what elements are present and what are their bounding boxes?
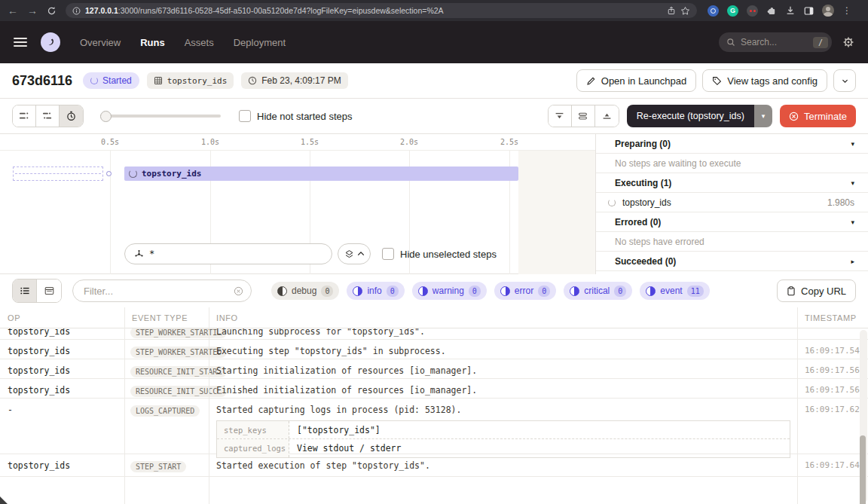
log-row-logs-captured[interactable]: - LOGS_CAPTURED Started capturing logs i… (0, 399, 868, 454)
toggle-count: 11 (687, 286, 704, 297)
gantt-toolbar: Hide not started steps Re-execute (topst… (0, 99, 868, 134)
reexecute-button[interactable]: Re-execute (topstory_ids) (627, 105, 754, 127)
hide-not-started-checkbox[interactable] (239, 110, 251, 122)
toggle-debug[interactable]: debug 0 (271, 282, 339, 300)
step-selector-input[interactable] (149, 249, 322, 259)
toggle-critical[interactable]: critical 0 (564, 282, 632, 300)
nav-item-overview[interactable]: Overview (80, 37, 121, 48)
share-icon[interactable] (667, 6, 676, 15)
hide-not-started-label: Hide not started steps (257, 111, 352, 122)
download-icon[interactable] (785, 5, 796, 16)
toggle-info[interactable]: info 0 (347, 282, 404, 300)
log-scrollbar-track[interactable] (860, 330, 867, 502)
collapse-up-icon[interactable] (595, 105, 619, 127)
run-header-more-button[interactable] (833, 69, 856, 92)
forward-icon[interactable]: → (27, 5, 38, 16)
log-structured-view-icon[interactable] (37, 279, 61, 302)
copy-url-label: Copy URL (801, 286, 846, 297)
toggle-error[interactable]: error 0 (494, 282, 556, 300)
sidepanel-icon[interactable] (804, 6, 814, 16)
back-icon[interactable]: ← (8, 5, 18, 16)
step-status-panel: Preparing (0) ▾ No steps are waiting to … (595, 134, 868, 274)
password-manager-icon[interactable] (708, 5, 719, 17)
gantt-zoom-slider[interactable] (100, 105, 221, 127)
slider-knob[interactable] (100, 111, 112, 122)
global-search[interactable]: / (719, 32, 832, 52)
view-tags-config-label: View tags and config (727, 75, 818, 87)
run-started-at: Feb 23, 4:09:17 PM (261, 75, 341, 86)
executing-step-row[interactable]: topstory_ids 1.980s (596, 193, 868, 212)
search-input[interactable] (741, 37, 808, 47)
collapse-down-icon[interactable] (549, 105, 572, 127)
view-tags-config-button[interactable]: View tags and config (702, 69, 827, 92)
view-mode-timed-icon[interactable] (60, 105, 83, 127)
section-errored[interactable]: Errored (0) ▾ (596, 212, 868, 232)
step-selector-input-wrap[interactable] (124, 243, 332, 264)
job-grid-icon (154, 76, 163, 85)
extension-eyes-icon[interactable] (747, 5, 758, 17)
section-succeeded[interactable]: Succeeded (0) ▸ (596, 252, 868, 271)
dagster-logo[interactable] (41, 32, 60, 52)
log-info: Started capturing logs in process (pid: … (216, 405, 461, 415)
log-scrollbar-thumb[interactable] (860, 435, 866, 504)
hide-unselected-checkbox[interactable] (382, 248, 394, 260)
gantt-step-label: topstory_ids (142, 169, 201, 179)
clear-filter-icon[interactable] (234, 286, 243, 296)
nav-item-assets[interactable]: Assets (185, 37, 214, 48)
graph-query-toggle-button[interactable] (338, 243, 371, 264)
reload-icon[interactable] (47, 6, 57, 16)
terminate-button[interactable]: Terminate (780, 105, 856, 127)
puzzle-extensions-icon[interactable] (766, 5, 777, 16)
log-filter-input-wrap[interactable] (72, 279, 252, 302)
toggle-count: 0 (321, 286, 333, 297)
log-row[interactable]: topstory_ids STEP_START Started executio… (0, 454, 868, 477)
grammarly-icon[interactable]: G (727, 5, 738, 17)
log-row[interactable]: topstory_ids STEP_WORKER_STARTED Executi… (0, 340, 868, 359)
log-row[interactable]: topstory_ids RESOURCE_INIT_STAR… Startin… (0, 359, 868, 379)
search-icon (726, 38, 735, 47)
view-mode-waterfall-icon[interactable] (36, 105, 60, 127)
run-time-tag: Feb 23, 4:09:17 PM (241, 72, 347, 89)
settings-gear-icon[interactable] (842, 36, 854, 48)
log-op: topstory_ids (0, 454, 124, 477)
step-spinner-icon (129, 170, 137, 178)
log-filter-input[interactable] (84, 286, 228, 297)
log-row-partial[interactable]: topstory_ids STEP_WORKER_STARTI… Launchi… (0, 328, 868, 340)
run-main-area: 0.5s 1.0s 1.5s 2.0s 2.5s topstory_ids (0, 134, 868, 274)
profile-avatar[interactable] (822, 5, 834, 17)
log-timestamp: 16:09:17.563 (797, 359, 868, 381)
toggle-switch-icon (646, 286, 656, 296)
job-tag[interactable]: topstory_ids (147, 72, 234, 89)
caret-down-icon: ▾ (851, 140, 854, 148)
executing-step-time: 1.980s (827, 197, 854, 208)
gantt-step-bar[interactable]: topstory_ids (124, 166, 518, 181)
metadata-row: step_keys ["topstory_ids"] (217, 421, 790, 439)
toggle-event[interactable]: event 11 (640, 282, 709, 300)
bookmark-star-icon[interactable] (680, 6, 690, 16)
nav-item-runs[interactable]: Runs (140, 37, 165, 48)
toggle-warning[interactable]: warning 0 (412, 282, 487, 300)
nav-item-deployment[interactable]: Deployment (234, 37, 286, 48)
reexecute-caret-icon[interactable]: ▾ (754, 105, 772, 127)
site-info-icon (72, 7, 81, 15)
pencil-icon (586, 76, 596, 86)
job-name: topstory_ids (167, 76, 227, 86)
view-mode-flat-icon[interactable] (13, 105, 36, 127)
open-launchpad-button[interactable]: Open in Launchpad (576, 69, 696, 92)
hide-not-started-checkbox-row: Hide not started steps (239, 110, 352, 122)
url-bar[interactable]: 127.0.0.1:3000/runs/673d6116-0528-45df-a… (66, 3, 697, 18)
section-executing[interactable]: Executing (1) ▾ (596, 173, 868, 193)
log-list-view-icon[interactable] (13, 279, 37, 302)
section-preparing[interactable]: Preparing (0) ▾ (596, 134, 868, 154)
log-row[interactable]: topstory_ids RESOURCE_INIT_SUCC… Finishe… (0, 379, 868, 399)
metadata-value-link[interactable]: View stdout / stderr (289, 443, 408, 454)
rows-icon[interactable] (572, 105, 595, 127)
toggle-switch-icon (353, 286, 362, 296)
browser-menu-icon[interactable]: ⋮ (842, 6, 851, 15)
copy-url-button[interactable]: Copy URL (777, 279, 856, 302)
log-op: - (0, 399, 124, 421)
hamburger-menu-icon[interactable] (14, 38, 27, 47)
row-collapse-group (548, 105, 619, 127)
col-header-event-type: EVENT TYPE (124, 313, 209, 322)
log-metadata-table: step_keys ["topstory_ids"] captured_logs… (216, 420, 790, 458)
